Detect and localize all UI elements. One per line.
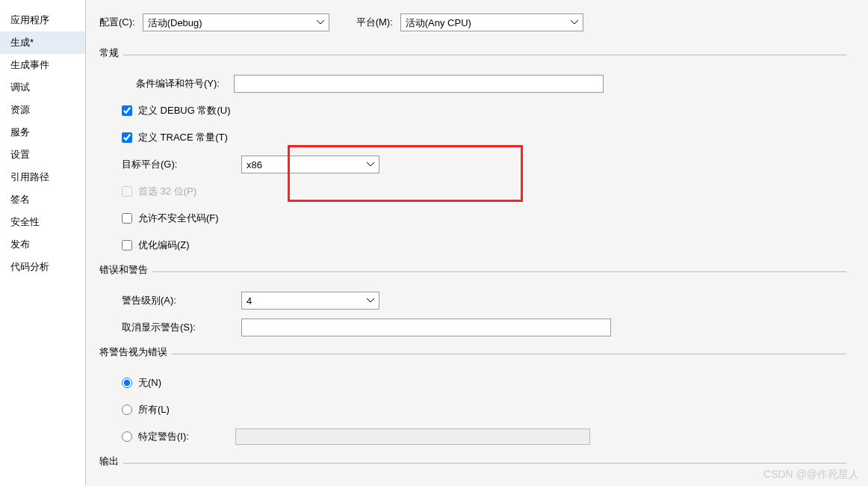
warning-level-label: 警告级别(A): — [122, 294, 241, 307]
treat-all-radio[interactable] — [122, 405, 132, 415]
section-output: 输出 — [99, 455, 846, 468]
divider — [123, 463, 846, 464]
define-debug-label[interactable]: 定义 DEBUG 常数(U) — [138, 104, 231, 117]
section-warnings-title: 错误和警告 — [99, 263, 152, 277]
divider — [152, 271, 846, 272]
section-warnings: 错误和警告 警告级别(A): 4 取消显示警告(S): — [99, 263, 846, 336]
treat-none-label[interactable]: 无(N) — [138, 376, 161, 390]
watermark: CSDN @@作死星人 — [763, 468, 859, 482]
treat-none-radio[interactable] — [122, 378, 132, 388]
define-trace-label[interactable]: 定义 TRACE 常量(T) — [138, 131, 228, 144]
section-treat-title: 将警告视为错误 — [99, 345, 172, 359]
section-general-title: 常规 — [99, 46, 123, 60]
symbols-input[interactable] — [234, 75, 604, 93]
config-combo[interactable]: 活动(Debug) — [143, 13, 329, 31]
section-general: 常规 条件编译和符号(Y): 定义 DEBUG 常数(U) 定义 TRACE 常… — [99, 46, 846, 254]
divider — [172, 354, 846, 354]
prefer-32-label: 首选 32 位(P) — [138, 185, 196, 198]
treat-specific-input — [235, 428, 590, 445]
sidebar: 应用程序 生成* 生成事件 调试 资源 服务 设置 引用路径 签名 安全性 发布… — [0, 0, 86, 486]
sidebar-item-settings[interactable]: 设置 — [0, 144, 85, 166]
optimize-checkbox[interactable] — [122, 240, 132, 250]
sidebar-item-reference-paths[interactable]: 引用路径 — [0, 166, 85, 188]
sidebar-item-resources[interactable]: 资源 — [0, 99, 85, 121]
platform-label: 平台(M): — [356, 16, 393, 29]
allow-unsafe-label[interactable]: 允许不安全代码(F) — [138, 212, 219, 225]
treat-specific-label[interactable]: 特定警告(I): — [138, 430, 235, 443]
divider — [123, 55, 846, 55]
symbols-label: 条件编译和符号(Y): — [122, 77, 234, 90]
sidebar-item-publish[interactable]: 发布 — [0, 233, 85, 256]
prefer-32-checkbox — [122, 186, 132, 197]
suppress-warnings-label: 取消显示警告(S): — [122, 321, 241, 334]
target-platform-label: 目标平台(G): — [122, 158, 241, 171]
sidebar-item-signing[interactable]: 签名 — [0, 188, 85, 211]
suppress-warnings-input[interactable] — [241, 319, 611, 336]
sidebar-item-security[interactable]: 安全性 — [0, 211, 85, 233]
section-output-title: 输出 — [99, 455, 123, 468]
define-trace-checkbox[interactable] — [122, 132, 132, 143]
sidebar-item-code-analysis[interactable]: 代码分析 — [0, 256, 85, 278]
treat-all-label[interactable]: 所有(L) — [138, 403, 170, 416]
config-label: 配置(C): — [99, 16, 135, 29]
platform-combo[interactable]: 活动(Any CPU) — [400, 13, 583, 31]
sidebar-item-build-events[interactable]: 生成事件 — [0, 54, 85, 76]
sidebar-item-application[interactable]: 应用程序 — [0, 9, 85, 31]
main-panel: 配置(C): 活动(Debug) 平台(M): 活动(Any CPU) 常规 条… — [86, 0, 868, 486]
allow-unsafe-checkbox[interactable] — [122, 213, 132, 224]
warning-level-combo[interactable]: 4 — [241, 292, 379, 310]
optimize-label[interactable]: 优化编码(Z) — [138, 239, 190, 252]
target-platform-combo[interactable]: x86 — [241, 156, 379, 173]
sidebar-item-build[interactable]: 生成* — [0, 31, 85, 54]
treat-specific-radio[interactable] — [122, 431, 132, 442]
sidebar-item-services[interactable]: 服务 — [0, 121, 85, 144]
define-debug-checkbox[interactable] — [122, 105, 132, 116]
sidebar-item-debug[interactable]: 调试 — [0, 76, 85, 99]
section-treat-as-error: 将警告视为错误 无(N) 所有(L) 特定警告(I): — [99, 345, 846, 446]
topbar: 配置(C): 活动(Debug) 平台(M): 活动(Any CPU) — [99, 13, 868, 31]
